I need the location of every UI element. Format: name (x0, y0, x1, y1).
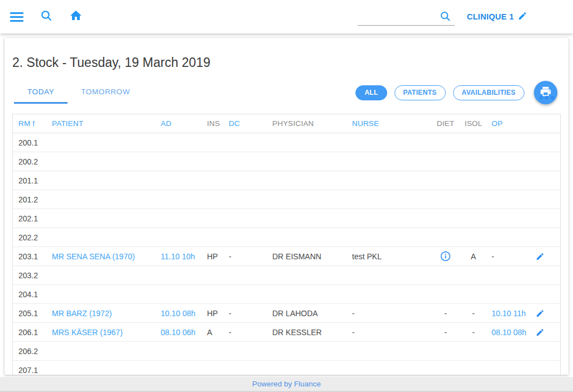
tab-tomorrow[interactable]: TOMORROW (68, 81, 143, 104)
search-icon (40, 9, 53, 25)
physician-value: DR LAHODA (267, 304, 346, 322)
diet-cell (430, 152, 461, 171)
op-time (486, 133, 531, 152)
physician-value (267, 285, 346, 303)
edit-cell (531, 266, 549, 284)
edit-cell (531, 342, 549, 360)
home-icon (69, 9, 83, 25)
edit-cell (531, 285, 549, 303)
room-number: 200.2 (13, 152, 46, 171)
search-submit-icon[interactable] (439, 10, 451, 25)
op-time: - (486, 247, 531, 265)
admission-time[interactable]: 10.10 08h (155, 304, 201, 322)
isol-value (461, 228, 486, 246)
patient-link (46, 190, 155, 209)
table-row: 201.1 (13, 171, 560, 190)
op-time (486, 190, 531, 209)
edit-cell (531, 209, 549, 228)
ins-value (201, 228, 223, 246)
physician-value: DR KESSLER (267, 323, 346, 341)
filter-chips: ALLPATIENTSAVAILABILITIES (355, 81, 557, 104)
patient-link[interactable]: MR BARZ (1972) (46, 304, 155, 322)
clinic-selector[interactable]: CLINIQUE 1 (467, 0, 527, 33)
column-header-isol[interactable]: ISOL (461, 114, 486, 133)
column-header-nurse[interactable]: NURSE (346, 114, 430, 133)
search-input[interactable] (358, 8, 436, 25)
toolbar-search-field[interactable] (358, 8, 455, 26)
patient-link (46, 152, 155, 171)
column-header-dc[interactable]: DC (223, 114, 267, 133)
column-header-op[interactable]: OP (486, 114, 531, 133)
tab-today[interactable]: TODAY (14, 81, 68, 104)
op-time[interactable]: 08.10 08h (486, 323, 531, 341)
powered-by-link[interactable]: Powered by Fluance (252, 380, 321, 388)
op-time (486, 209, 531, 228)
isol-value (461, 266, 486, 284)
op-time (486, 361, 531, 375)
row-edit-button[interactable] (536, 252, 545, 261)
dc-value (223, 171, 267, 190)
dc-value (223, 152, 267, 171)
patient-link[interactable]: MRS KÄSER (1967) (46, 323, 155, 341)
table-row: 206.2 (13, 342, 560, 361)
column-header-patient[interactable]: PATIENT (46, 114, 155, 133)
column-header-physician[interactable]: PHYSICIAN (267, 114, 346, 133)
admission-time[interactable]: 11.10 10h (155, 247, 201, 265)
table-row: 202.1 (13, 209, 560, 228)
admission-time (155, 285, 201, 303)
home-button[interactable] (65, 6, 87, 28)
column-header-ad[interactable]: AD (155, 114, 201, 133)
room-number: 203.2 (13, 266, 46, 284)
diet-cell (430, 285, 461, 303)
dc-value (223, 361, 267, 375)
nurse-value (346, 209, 430, 228)
op-time (486, 228, 531, 246)
nurse-value (346, 361, 430, 375)
column-header-ins[interactable]: INS (201, 114, 223, 133)
dc-value (223, 228, 267, 246)
menu-icon (10, 10, 23, 24)
admission-time[interactable]: 08.10 06h (155, 323, 201, 341)
row-edit-button[interactable] (536, 328, 545, 337)
row-edit-button[interactable] (536, 309, 545, 318)
tabs: TODAYTOMORROW (14, 81, 143, 104)
room-number: 202.1 (13, 209, 46, 228)
filter-availabilities[interactable]: AVAILABILITIES (453, 85, 524, 100)
filter-patients[interactable]: PATIENTS (394, 85, 446, 100)
diet-info-icon[interactable] (440, 251, 451, 262)
edit-cell (531, 133, 549, 152)
ins-value (201, 342, 223, 360)
column-header-rm-f[interactable]: RM f (13, 114, 46, 133)
search-button[interactable] (35, 6, 57, 28)
room-number: 206.2 (13, 342, 46, 360)
isol-value (461, 190, 486, 209)
table-row: 206.1MRS KÄSER (1967)08.10 06hA-DR KESSL… (13, 323, 560, 342)
edit-cell (531, 323, 549, 341)
isol-value (461, 152, 486, 171)
more-options-button[interactable] (537, 94, 556, 101)
op-time[interactable]: 10.10 11h (486, 304, 531, 322)
physician-value (267, 209, 346, 228)
column-header-edit (531, 114, 549, 133)
menu-button[interactable] (6, 6, 28, 28)
admission-time (155, 342, 201, 360)
filter-all[interactable]: ALL (355, 85, 387, 100)
physician-value (267, 361, 346, 375)
dc-value (223, 133, 267, 152)
op-time (486, 266, 531, 284)
ins-value (201, 171, 223, 190)
nurse-value (346, 190, 430, 209)
nurse-value: test PKL (346, 247, 430, 265)
op-time (486, 285, 531, 303)
diet-cell (430, 228, 461, 246)
admission-time (155, 190, 201, 209)
nurse-value (346, 133, 430, 152)
patient-link (46, 361, 155, 375)
edit-cell (531, 190, 549, 209)
nurse-value: - (346, 323, 430, 341)
patient-link[interactable]: MR SENA SENA (1970) (46, 247, 155, 265)
dc-value: - (223, 323, 267, 341)
room-number: 205.1 (13, 304, 46, 322)
physician-value (267, 190, 346, 209)
column-header-diet[interactable]: DIET (430, 114, 461, 133)
